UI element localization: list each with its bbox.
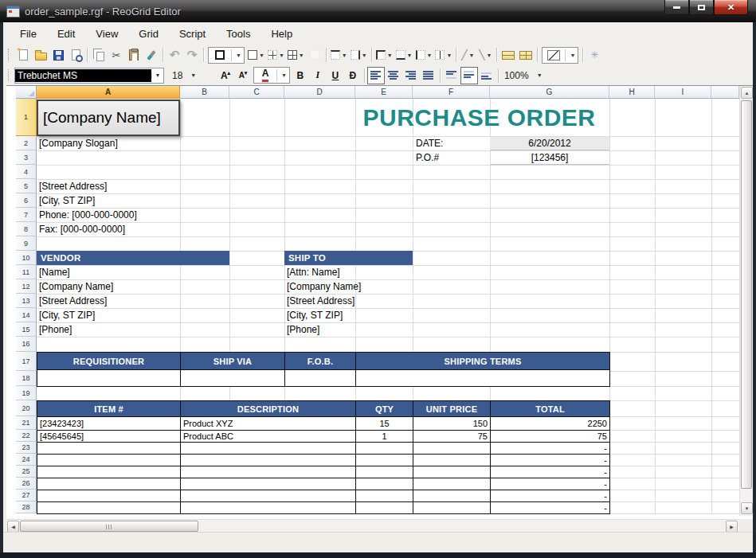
bold-button[interactable]: B — [292, 67, 309, 84]
cell-item-total[interactable]: 2250 — [490, 416, 610, 431]
cell-vendor-header[interactable]: VENDOR — [37, 251, 229, 265]
cell-item-desc[interactable] — [180, 466, 356, 478]
cell-item-qty[interactable] — [355, 490, 413, 502]
valign-top-button[interactable] — [443, 67, 460, 84]
column-header-B[interactable]: B — [180, 86, 229, 99]
backslash-border-button[interactable]: ╲▼ — [476, 46, 494, 64]
row-header-25[interactable]: 25 — [16, 466, 37, 478]
cell-vendor-line[interactable]: [City, ST ZIP] — [39, 308, 214, 322]
new-document-button[interactable] — [14, 46, 32, 64]
cell-item-total[interactable]: - — [490, 501, 610, 514]
cell-item-qty[interactable] — [355, 442, 413, 455]
cell-item-total[interactable]: - — [490, 442, 610, 455]
cell-item-header[interactable]: UNIT PRICE — [413, 400, 491, 417]
menu-tools[interactable]: Tools — [216, 25, 260, 43]
cell-item-total[interactable]: - — [490, 466, 610, 478]
row-header-10[interactable]: 10 — [16, 251, 37, 265]
row-header-22[interactable]: 22 — [16, 430, 37, 442]
zoom-select[interactable]: 100%▼ — [504, 68, 552, 84]
cell-item-number[interactable] — [37, 466, 181, 478]
dropdown-arrow-icon[interactable]: ▼ — [259, 53, 264, 58]
bottom-border-button[interactable]: ▼ — [394, 46, 414, 64]
cell-company-slogan[interactable]: [Company Slogan] — [39, 136, 182, 150]
menu-file[interactable]: File — [10, 25, 47, 43]
cell-item-number[interactable] — [37, 478, 181, 490]
cell-item-desc[interactable] — [180, 490, 356, 502]
row-header-5[interactable]: 5 — [16, 179, 37, 193]
cell-item-total[interactable]: - — [490, 454, 610, 466]
cell-req-header[interactable]: REQUISITIONER — [37, 352, 181, 370]
cell-item-unit-price[interactable] — [413, 478, 491, 490]
cell-vendor-line[interactable]: [Name] — [39, 265, 214, 279]
scroll-up-button[interactable]: ▲ — [741, 87, 753, 99]
dropdown-arrow-icon[interactable]: ▼ — [299, 53, 304, 58]
cell-fax[interactable]: Fax: [000-000-0000] — [39, 222, 214, 236]
row-header-26[interactable]: 26 — [16, 478, 37, 490]
cell-item-qty[interactable]: 1 — [355, 430, 413, 443]
row-header-12[interactable]: 12 — [16, 279, 37, 294]
scroll-right-button[interactable]: ▶ — [726, 521, 738, 533]
row-header-28[interactable]: 28 — [16, 501, 37, 513]
dropdown-arrow-icon[interactable]: ▼ — [469, 53, 475, 58]
increase-font-button[interactable]: A▴ — [217, 67, 234, 84]
underline-button[interactable]: U — [327, 67, 344, 84]
row-header-17[interactable]: 17 — [16, 352, 37, 371]
row-header-14[interactable]: 14 — [16, 308, 37, 322]
row-header-21[interactable]: 21 — [16, 416, 37, 430]
cell-item-number[interactable] — [37, 490, 181, 502]
row-header-20[interactable]: 20 — [16, 400, 37, 416]
cell-date-label[interactable]: DATE: — [416, 136, 488, 150]
row-header-1[interactable]: 1 — [16, 99, 37, 136]
cell-phone[interactable]: Phone: [000-000-0000] — [39, 208, 214, 222]
inside-borders-button[interactable]: ▼ — [266, 46, 286, 64]
cell-req-empty[interactable] — [355, 369, 610, 387]
spreadsheet-grid[interactable]: ABCDEFGHI1234567891011121314151617181920… — [6, 85, 753, 533]
cell-po-title[interactable]: PURCHASE ORDER — [349, 100, 609, 136]
cell-item-unit-price[interactable] — [413, 501, 491, 514]
open-file-button[interactable] — [32, 46, 49, 64]
cell-req-empty[interactable] — [180, 369, 285, 387]
cell-item-number[interactable] — [37, 442, 181, 455]
all-borders-button[interactable]: ▼ — [286, 46, 306, 64]
minimize-button[interactable] — [664, 0, 689, 15]
column-header-A[interactable]: A — [37, 86, 180, 99]
cell-street-address[interactable]: [Street Address] — [39, 179, 198, 193]
column-header-F[interactable]: F — [413, 86, 490, 99]
menu-script[interactable]: Script — [169, 25, 216, 43]
italic-button[interactable]: I — [309, 67, 327, 84]
cell-item-desc[interactable] — [180, 501, 356, 514]
cell-style-dropdown[interactable]: ▼ — [570, 53, 575, 58]
cell-vendor-line[interactable]: [Street Address] — [39, 294, 214, 308]
save-button[interactable] — [49, 46, 67, 64]
thick-border-dropdown[interactable]: ▼ — [236, 53, 241, 58]
chevron-down-icon[interactable]: ▼ — [190, 72, 196, 78]
font-size-select[interactable]: 18▼ — [172, 68, 213, 84]
unmerge-cells-button[interactable] — [517, 46, 535, 64]
row-header-3[interactable]: 3 — [16, 150, 37, 165]
cell-item-qty[interactable] — [355, 501, 413, 514]
menu-edit[interactable]: Edit — [47, 25, 85, 43]
close-button[interactable]: ✕ — [714, 0, 748, 15]
scroll-left-button[interactable]: ◀ — [7, 521, 19, 533]
cell-company-name[interactable]: [Company Name] — [37, 100, 180, 136]
strikethrough-button[interactable]: Đ — [344, 67, 362, 84]
dropdown-arrow-icon[interactable]: ▼ — [362, 53, 367, 58]
chevron-down-icon[interactable]: ▼ — [537, 72, 543, 78]
cell-item-total[interactable]: - — [490, 490, 610, 502]
dropdown-arrow-icon[interactable]: ▼ — [487, 53, 492, 58]
cell-req-header[interactable]: SHIP VIA — [180, 352, 285, 370]
scroll-down-button[interactable]: ▼ — [741, 502, 753, 514]
row-header-15[interactable]: 15 — [16, 322, 37, 337]
vertical-scrollbar[interactable]: ▲▼ — [739, 86, 753, 516]
cell-item-unit-price[interactable] — [413, 454, 491, 466]
cell-vendor-line[interactable]: [Phone] — [39, 322, 214, 337]
cell-req-header[interactable]: F.O.B. — [284, 352, 356, 370]
cell-item-unit-price[interactable] — [413, 490, 491, 502]
cell-req-header[interactable]: SHIPPING TERMS — [355, 352, 610, 370]
cell-item-total[interactable]: - — [490, 478, 610, 490]
cell-item-number[interactable] — [37, 454, 181, 466]
row-header-18[interactable]: 18 — [16, 371, 37, 386]
freeze-panes-button[interactable]: ✳ — [586, 46, 603, 64]
cell-req-empty[interactable] — [37, 369, 181, 387]
cell-item-qty[interactable]: 15 — [355, 416, 413, 431]
